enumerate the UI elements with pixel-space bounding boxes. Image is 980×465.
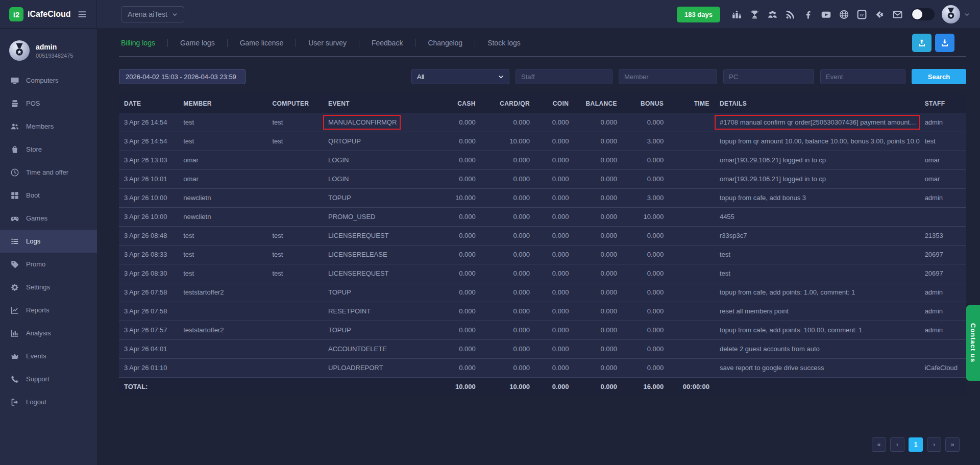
cell-date: 3 Apr 26 14:54	[119, 132, 178, 151]
pc-filter-input[interactable]	[723, 69, 814, 84]
cell-bonus: 0.000	[622, 169, 669, 188]
theme-toggle[interactable]	[911, 8, 935, 20]
cell-time	[669, 358, 715, 377]
icafecloud-icon[interactable]: i2	[856, 9, 867, 20]
community-icon[interactable]	[767, 9, 778, 20]
mail-icon[interactable]	[892, 9, 903, 20]
cell-staff: 20697	[920, 245, 966, 264]
cell-coin: 0.000	[535, 321, 574, 339]
first-page-button[interactable]: «	[872, 437, 886, 452]
hamburger-icon[interactable]	[77, 9, 87, 19]
sidebar-item-promo[interactable]: Promo	[0, 253, 97, 276]
member-filter-input[interactable]	[619, 69, 717, 84]
tab-game-license[interactable]: Game license	[227, 39, 296, 47]
sidebar-item-games[interactable]: Games	[0, 207, 97, 230]
sidebar-item-logs[interactable]: Logs	[0, 230, 97, 253]
tab-stock-logs[interactable]: Stock logs	[475, 39, 533, 47]
brand-logo-icon: i2	[9, 7, 23, 21]
days-remaining-badge[interactable]: 183 days	[677, 7, 720, 22]
tab-user-survey[interactable]: User survey	[296, 39, 359, 47]
last-page-button[interactable]: »	[945, 437, 960, 452]
date-range-input[interactable]	[119, 69, 246, 84]
event-type-select[interactable]: All	[411, 69, 509, 84]
cell-cardqr: 0.000	[481, 169, 535, 188]
globe-icon[interactable]	[839, 9, 849, 20]
cell-date: 3 Apr 26 07:58	[119, 302, 178, 321]
user-avatar[interactable]	[942, 5, 960, 23]
cell-staff: admin	[920, 283, 966, 302]
cell-coin: 0.000	[535, 358, 574, 377]
sidebar-item-events[interactable]: Events	[0, 345, 97, 368]
sidebar-item-store[interactable]: Store	[0, 138, 97, 161]
sidebar-item-logout[interactable]: Logout	[0, 390, 97, 413]
tab-game-logs[interactable]: Game logs	[167, 39, 227, 47]
cafe-selector[interactable]: Arena aiTest	[121, 6, 184, 22]
download-button[interactable]	[935, 34, 954, 52]
cell-cash: 0.000	[433, 207, 481, 226]
sidebar-item-boot[interactable]: Boot	[0, 184, 97, 207]
sidebar-item-pos[interactable]: POS	[0, 92, 97, 115]
cell-event: ACCOUNTDELETE	[323, 339, 433, 358]
staff-filter-input[interactable]	[516, 69, 612, 84]
cell-staff: omar	[920, 169, 966, 188]
cell-time	[669, 188, 715, 207]
column-header-date: DATE	[119, 94, 178, 113]
tab-changelog[interactable]: Changelog	[415, 39, 475, 47]
pos-icon	[10, 99, 19, 108]
facebook-icon[interactable]	[803, 9, 814, 20]
cell-event: UPLOADREPORT	[323, 358, 433, 377]
youtube-icon[interactable]	[821, 9, 831, 20]
cell-cash: 0.000	[433, 113, 481, 132]
cell-details: topup from cafe, add bonus 3	[715, 188, 920, 207]
event-filter-input[interactable]	[820, 69, 905, 84]
page-number-button[interactable]: 1	[909, 437, 923, 452]
cell-computer	[267, 151, 323, 169]
total-cash: 10.000	[433, 377, 481, 396]
cell-bonus: 0.000	[622, 245, 669, 264]
cell-staff: 21353	[920, 226, 966, 245]
sidebar-item-reports[interactable]: Reports	[0, 299, 97, 322]
license-icon[interactable]	[874, 9, 885, 20]
sidebar-item-members[interactable]: Members	[0, 115, 97, 138]
sidebar-item-analysis[interactable]: Analysis	[0, 322, 97, 345]
prev-page-button[interactable]: ‹	[890, 437, 904, 452]
upload-button[interactable]	[912, 34, 932, 52]
cell-date: 3 Apr 26 08:33	[119, 245, 178, 264]
cell-cash: 0.000	[433, 339, 481, 358]
profile-chevron-down-icon[interactable]	[964, 12, 970, 17]
table-row: 3 Apr 26 01:10UPLOADREPORT0.0000.0000.00…	[119, 358, 966, 377]
sidebar-item-label: POS	[26, 100, 40, 107]
cell-bonus: 0.000	[622, 358, 669, 377]
table-row: 3 Apr 26 08:48testtestLICENSEREQUEST0.00…	[119, 226, 966, 245]
crown-icon	[10, 352, 19, 361]
search-button[interactable]: Search	[912, 69, 966, 84]
cell-member	[178, 358, 267, 377]
cell-time	[669, 339, 715, 358]
cell-date: 3 Apr 26 01:10	[119, 358, 178, 377]
cell-bonus: 0.000	[622, 339, 669, 358]
tab-billing-logs[interactable]: Billing logs	[119, 39, 167, 47]
download-icon	[940, 38, 949, 47]
sidebar-item-time-and-offer[interactable]: Time and offer	[0, 161, 97, 184]
cell-computer: test	[267, 226, 323, 245]
next-page-button[interactable]: ›	[927, 437, 941, 452]
rss-icon[interactable]	[785, 9, 796, 20]
cell-balance: 0.000	[574, 245, 622, 264]
table-row: 3 Apr 26 13:03omarLOGIN0.0000.0000.0000.…	[119, 151, 966, 169]
sidebar-item-computers[interactable]: Computers	[0, 69, 97, 92]
tab-feedback[interactable]: Feedback	[359, 39, 415, 47]
bag-icon	[10, 145, 19, 154]
brand-logo[interactable]: i2 iCafeCloud	[9, 7, 70, 21]
ranking-icon[interactable]	[731, 9, 742, 20]
pagination: «‹1›»	[872, 437, 960, 452]
cell-details: reset all members point	[715, 302, 920, 321]
sidebar-item-settings[interactable]: Settings	[0, 276, 97, 299]
contact-us-button[interactable]: Contact us	[966, 305, 980, 381]
trophy-icon[interactable]	[749, 9, 760, 20]
cell-details: topup from cafe, add points: 1.00, comme…	[715, 283, 920, 302]
cell-event: LICENSERELEASE	[323, 245, 433, 264]
topbar: i2 iCafeCloud Arena aiTest 183 days i2	[0, 0, 980, 29]
filter-bar: All Search	[119, 69, 966, 84]
sidebar-item-support[interactable]: Support	[0, 368, 97, 390]
cell-balance: 0.000	[574, 264, 622, 283]
